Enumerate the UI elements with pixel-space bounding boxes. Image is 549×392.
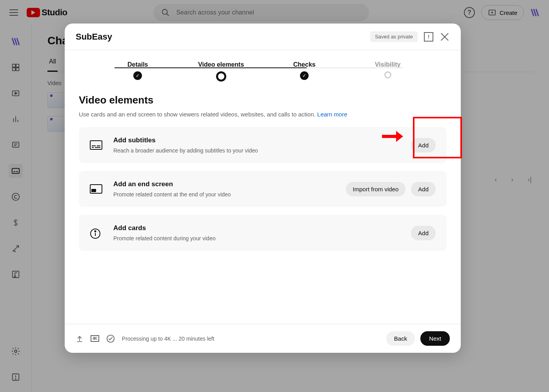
- modal-body: Video elements Use cards and an end scre…: [65, 82, 461, 324]
- quality-badge: 4K: [91, 335, 99, 342]
- cards-card: Add cards Promote related content during…: [79, 215, 447, 251]
- card-title: Add an end screen: [113, 180, 231, 188]
- feedback-icon[interactable]: !: [424, 32, 433, 42]
- import-from-video-button[interactable]: Import from video: [346, 182, 406, 196]
- card-title: Add subtitles: [113, 136, 258, 144]
- step-details[interactable]: Details ✓: [96, 61, 180, 80]
- card-description: Promote related content at the end of yo…: [113, 191, 231, 198]
- modal-header: SubEasy Saved as private !: [65, 24, 461, 50]
- svg-marker-40: [396, 131, 403, 142]
- card-title: Add cards: [113, 224, 216, 232]
- back-button[interactable]: Back: [386, 331, 415, 346]
- step-line: [211, 67, 307, 68]
- processing-status: Processing up to 4K ... 20 minutes left: [122, 336, 215, 342]
- upload-icon: [76, 335, 84, 343]
- learn-more-link[interactable]: Learn more: [317, 111, 347, 118]
- close-icon[interactable]: [440, 32, 450, 42]
- annotation-arrow-icon: [381, 129, 403, 146]
- save-status-badge: Saved as private: [370, 31, 418, 42]
- svg-point-37: [95, 231, 96, 232]
- add-endscreen-button[interactable]: Add: [411, 182, 436, 196]
- svg-rect-34: [92, 189, 96, 192]
- section-heading: Video elements: [79, 94, 447, 106]
- stepper: Details ✓ Video elements Checks ✓ Visibi…: [65, 50, 461, 82]
- modal-footer: 4K Processing up to 4K ... 20 minutes le…: [65, 324, 461, 353]
- check-icon: ✓: [133, 71, 142, 80]
- endscreen-card: Add an end screen Promote related conten…: [79, 171, 447, 207]
- step-checks[interactable]: Checks ✓: [263, 61, 346, 80]
- card-description: Promote related content during your vide…: [113, 235, 216, 241]
- add-subtitles-button[interactable]: Add: [411, 138, 436, 152]
- subtitles-icon: [90, 140, 102, 150]
- inactive-step-icon: [384, 71, 391, 78]
- upload-modal: SubEasy Saved as private ! Details ✓ Vid…: [65, 24, 461, 353]
- check-icon: ✓: [300, 71, 309, 80]
- current-step-icon: [216, 71, 226, 82]
- modal-title: SubEasy: [76, 32, 112, 42]
- endscreen-icon: [90, 184, 102, 194]
- section-description: Use cards and an end screen to show view…: [79, 111, 447, 118]
- step-video-elements[interactable]: Video elements: [180, 61, 263, 82]
- info-icon: [90, 228, 102, 238]
- check-circle-icon: [106, 334, 115, 343]
- step-line: [307, 67, 403, 68]
- step-line: [115, 67, 211, 68]
- next-button[interactable]: Next: [420, 331, 450, 346]
- svg-rect-28: [90, 141, 102, 149]
- card-description: Reach a broader audience by adding subti…: [113, 147, 258, 154]
- add-cards-button[interactable]: Add: [411, 226, 436, 240]
- step-visibility[interactable]: Visibility: [346, 61, 430, 78]
